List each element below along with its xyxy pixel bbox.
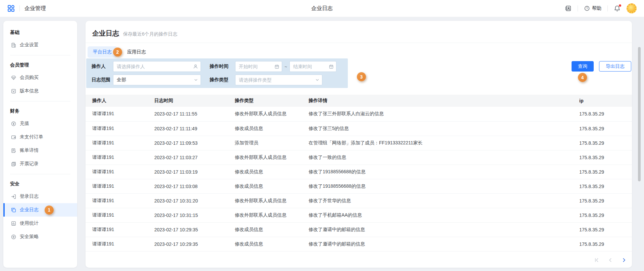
column-header: 日志时间 <box>154 95 235 107</box>
table-cell: 2023-02-17 11:03:08 <box>154 179 235 193</box>
table-cell: 175.8.35.29 <box>579 193 632 208</box>
table-row: 谭谭谭1912023-02-17 10:29:35修改成员信息修改了邀请中的邮箱… <box>86 222 632 237</box>
sidebar-item[interactable]: 未支付订单 <box>3 130 77 144</box>
table-cell: 谭谭谭191 <box>86 121 154 136</box>
operator-input[interactable] <box>113 61 201 72</box>
avatar[interactable] <box>627 3 637 13</box>
help-button[interactable]: ? 帮助 <box>584 5 601 11</box>
sidebar-section-title: 基础 <box>10 26 70 38</box>
sidebar-item[interactable]: 会员购买 <box>3 71 77 84</box>
next-page-button[interactable] <box>622 258 627 263</box>
table-row: 谭谭谭1912023-02-17 10:31:15修改外部联系人成员信息修改了手… <box>86 208 632 222</box>
table-cell: 175.8.35.29 <box>579 136 632 150</box>
step-badge-3: 3 <box>357 72 366 81</box>
table-cell: 修改外部联系人成员信息 <box>235 107 309 121</box>
query-button[interactable]: 查询 <box>572 61 594 72</box>
table-cell: 2023-02-17 11:11:55 <box>154 107 235 121</box>
sidebar-section-title: 财务 <box>10 104 70 117</box>
prev-page-button[interactable] <box>608 258 613 263</box>
table-cell: 修改外部联系人成员信息 <box>235 193 309 208</box>
time-label: 操作时间 <box>210 63 235 70</box>
app-grid-icon[interactable] <box>7 5 15 12</box>
notification-bell-icon[interactable] <box>614 5 621 12</box>
table-cell: 修改了邀请中的邮箱的信息 <box>309 237 579 251</box>
sidebar-item-label: 企业设置 <box>20 42 39 48</box>
scope-select[interactable] <box>113 75 201 85</box>
filter-region: 操作人 操作时间 <box>86 58 632 92</box>
start-time-input[interactable] <box>235 61 282 72</box>
table-cell: 175.8.35.29 <box>579 208 632 222</box>
sidebar-item[interactable]: 企业日志1 <box>3 203 77 217</box>
sidebar-item-label: 开票记录 <box>20 161 39 167</box>
table-row: 谭谭谭1912023-02-17 11:03:27修改外部联系人成员信息修改了一… <box>86 150 632 165</box>
wallet-icon <box>11 134 16 140</box>
main-title: 企业日志 <box>92 29 119 38</box>
sidebar-section: 财务充值未支付订单账单详情开票记录 <box>10 101 70 174</box>
table-cell: 175.8.35.29 <box>579 165 632 179</box>
table-cell: 修改成员信息 <box>235 237 309 251</box>
operator-label: 操作人 <box>92 63 113 70</box>
sidebar-item-label: 登录日志 <box>20 193 39 199</box>
table-cell: 修改成员信息 <box>235 121 309 136</box>
sidebar-item[interactable]: 使用统计 <box>3 217 77 230</box>
topbar: 企业管理 企业日志 ? 帮助 <box>0 0 644 17</box>
target-plus-icon <box>11 234 16 240</box>
table-cell: 谭谭谭191 <box>86 136 154 150</box>
sidebar-item-label: 企业日志 <box>20 207 39 213</box>
help-icon: ? <box>584 5 590 11</box>
invoice-doc-icon <box>11 161 16 167</box>
tab-app-log[interactable]: 应用日志 <box>127 49 146 55</box>
table-cell: 修改外部联系人成员信息 <box>235 150 309 165</box>
sidebar-item-label: 充值 <box>20 121 29 127</box>
table-cell: 修改了邀请中的邮箱的信息 <box>309 222 579 237</box>
filter-panel: 操作人 操作时间 <box>86 58 348 88</box>
table-row: 谭谭谭1912023-02-17 11:11:49修改成员信息修改了张三5的信息… <box>86 121 632 136</box>
table-cell: 175.8.35.29 <box>579 222 632 237</box>
step-badge-4: 4 <box>578 73 587 82</box>
table-cell: 2023-02-17 11:03:19 <box>154 165 235 179</box>
page-scrollbar[interactable] <box>638 47 641 181</box>
bar-chart-icon <box>11 221 16 226</box>
contact-book-icon[interactable] <box>565 5 572 12</box>
column-header: 操作人 <box>86 95 154 107</box>
step-badge-2: 2 <box>113 47 122 56</box>
tab-platform-log[interactable]: 平台日志 2 <box>88 46 117 58</box>
log-table: 操作人日志时间操作类型操作详情ip 谭谭谭1912023-02-17 11:11… <box>86 95 632 252</box>
sidebar-section: 会员管理会员购买版本信息 <box>10 55 70 101</box>
table-cell: 谭谭谭191 <box>86 179 154 193</box>
pagination <box>86 252 632 263</box>
first-page-button[interactable] <box>594 258 599 263</box>
export-log-button[interactable]: 导出日志 <box>599 61 631 72</box>
sidebar-nav: 基础企业设置会员管理会员购买版本信息财务充值未支付订单账单详情开票记录安全登录日… <box>10 23 70 247</box>
end-time-input[interactable] <box>289 61 336 72</box>
table-cell: 175.8.35.29 <box>579 121 632 136</box>
table-cell: 修改成员信息 <box>235 165 309 179</box>
table-cell: 修改了一致的信息 <box>309 150 579 165</box>
table-cell: 修改了19188556688的信息 <box>309 165 579 179</box>
svg-text:?: ? <box>586 7 588 10</box>
sidebar-section: 基础企业设置 <box>10 23 70 55</box>
table-cell: 添加管理员 <box>235 136 309 150</box>
help-label: 帮助 <box>592 5 601 11</box>
sidebar-item[interactable]: 安全策略 <box>3 230 77 243</box>
table-cell: 谭谭谭191 <box>86 237 154 251</box>
sidebar-item[interactable]: 账单详情 <box>3 144 77 157</box>
sidebar-item-label: 未支付订单 <box>20 134 43 140</box>
copy-doc-icon <box>11 207 16 213</box>
sidebar-item[interactable]: 版本信息 <box>3 84 77 98</box>
sidebar-item[interactable]: 充值 <box>3 117 77 130</box>
app-title: 企业管理 <box>24 5 46 12</box>
type-select[interactable] <box>235 75 322 85</box>
table-cell: 修改成员信息 <box>235 222 309 237</box>
sidebar-item[interactable]: 登录日志 <box>3 190 77 203</box>
table-header-row: 操作人日志时间操作类型操作详情ip <box>86 95 632 107</box>
yuan-circle-icon <box>11 121 16 127</box>
table-cell: 修改外部联系人成员信息 <box>235 208 309 222</box>
table-cell: 2023-02-17 10:29:35 <box>154 222 235 237</box>
sidebar-item-label: 会员购买 <box>20 75 39 81</box>
sidebar-item[interactable]: 开票记录 <box>3 157 77 171</box>
table-cell: 谭谭谭191 <box>86 150 154 165</box>
login-icon <box>11 194 16 199</box>
table-cell: 谭谭谭191 <box>86 165 154 179</box>
sidebar-item[interactable]: 企业设置 <box>3 38 77 52</box>
